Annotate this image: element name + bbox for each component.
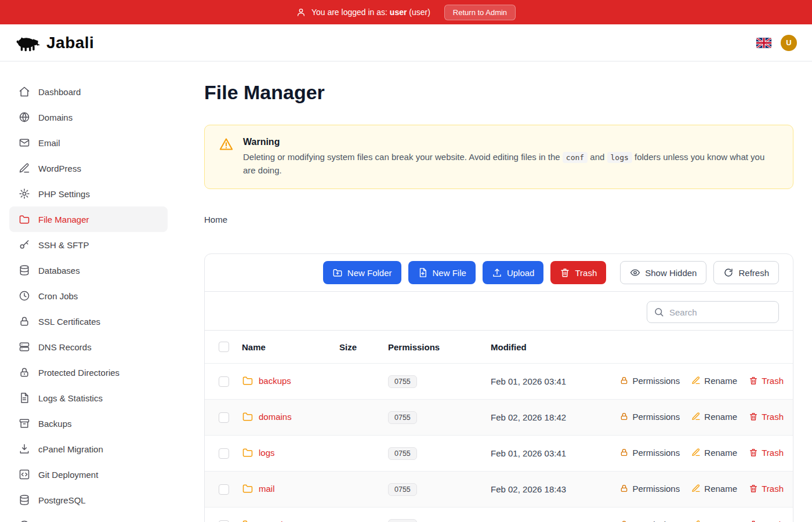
lock-icon bbox=[619, 520, 629, 522]
search-row bbox=[205, 292, 793, 330]
lock-icon bbox=[619, 484, 629, 493]
folder-link[interactable]: domains bbox=[242, 411, 292, 422]
refresh-button[interactable]: Refresh bbox=[713, 261, 779, 284]
sidebar-item-file-manager[interactable]: File Manager bbox=[9, 206, 168, 232]
modified-cell: Feb 02, 2026 01:31 bbox=[491, 507, 596, 522]
modified-cell: Feb 01, 2026 03:41 bbox=[491, 436, 596, 472]
document-icon bbox=[19, 392, 30, 404]
pencil-icon bbox=[691, 520, 701, 522]
search-input[interactable] bbox=[647, 301, 779, 323]
row-checkbox[interactable] bbox=[219, 412, 229, 423]
warning-triangle-icon bbox=[219, 137, 234, 152]
row-checkbox[interactable] bbox=[219, 520, 229, 522]
column-name[interactable]: Name bbox=[242, 331, 339, 364]
sidebar-item-databases[interactable]: Databases bbox=[9, 258, 168, 283]
return-to-admin-button[interactable]: Return to Admin bbox=[444, 5, 516, 20]
trash-action[interactable]: Trash bbox=[749, 520, 784, 522]
shield-lock-icon bbox=[19, 367, 30, 378]
folder-icon bbox=[242, 483, 253, 494]
sidebar-item-logs-statistics[interactable]: Logs & Statistics bbox=[9, 385, 168, 411]
sidebar-item-extra[interactable] bbox=[9, 513, 168, 522]
modified-cell: Feb 01, 2026 03:41 bbox=[491, 364, 596, 400]
sidebar-item-git-deployment[interactable]: Git Deployment bbox=[9, 462, 168, 487]
sidebar-item-dns-records[interactable]: DNS Records bbox=[9, 334, 168, 360]
rename-action[interactable]: Rename bbox=[691, 520, 737, 522]
sidebar-item-ssh-sftp[interactable]: SSH & SFTP bbox=[9, 232, 168, 258]
trash-icon bbox=[749, 520, 758, 522]
modified-cell: Feb 02, 2026 18:42 bbox=[491, 400, 596, 436]
lock-icon bbox=[619, 448, 629, 457]
globe-icon bbox=[19, 111, 30, 123]
rename-action[interactable]: Rename bbox=[691, 484, 737, 494]
trash-action[interactable]: Trash bbox=[749, 448, 784, 458]
row-checkbox[interactable] bbox=[219, 484, 229, 495]
new-folder-button[interactable]: New Folder bbox=[323, 261, 401, 284]
permissions-action[interactable]: Permissions bbox=[619, 412, 680, 422]
rename-action[interactable]: Rename bbox=[691, 448, 737, 458]
table-row: backups 0755 Feb 01, 2026 03:41 Permissi… bbox=[205, 364, 793, 400]
rename-action[interactable]: Rename bbox=[691, 376, 737, 386]
sidebar-item-backups[interactable]: Backups bbox=[9, 411, 168, 436]
select-all-checkbox[interactable] bbox=[219, 342, 229, 352]
sidebar-item-php-settings[interactable]: PHP Settings bbox=[9, 181, 168, 206]
permissions-action[interactable]: Permissions bbox=[619, 448, 680, 458]
permissions-action[interactable]: Permissions bbox=[619, 376, 680, 386]
impersonation-banner: You are logged in as: user (user) Return… bbox=[0, 0, 812, 24]
sidebar-item-protected-directories[interactable]: Protected Directories bbox=[9, 360, 168, 385]
sidebar-item-domains[interactable]: Domains bbox=[9, 104, 168, 130]
user-avatar[interactable]: U bbox=[781, 35, 797, 51]
column-modified[interactable]: Modified bbox=[491, 331, 596, 364]
folder-icon bbox=[242, 375, 253, 386]
database-icon bbox=[19, 494, 30, 506]
trash-icon bbox=[749, 376, 758, 385]
folder-icon bbox=[19, 213, 30, 225]
table-row: metadata 0755 Feb 02, 2026 01:31 Permiss… bbox=[205, 507, 793, 522]
sidebar-item-dashboard[interactable]: Dashboard bbox=[9, 79, 168, 104]
trash-action[interactable]: Trash bbox=[749, 484, 784, 494]
trash-button[interactable]: Trash bbox=[550, 261, 606, 284]
pencil-icon bbox=[691, 484, 701, 493]
folder-icon bbox=[242, 411, 253, 422]
breadcrumb[interactable]: Home bbox=[204, 215, 793, 224]
pencil-icon bbox=[691, 448, 701, 457]
warning-text: Deleting or modifying system files can b… bbox=[243, 151, 779, 177]
table-row: domains 0755 Feb 02, 2026 18:42 Permissi… bbox=[205, 400, 793, 436]
sidebar-item-wordpress[interactable]: WordPress bbox=[9, 155, 168, 181]
brand[interactable]: Jabali bbox=[15, 34, 94, 52]
download-icon bbox=[19, 443, 30, 455]
permissions-action[interactable]: Permissions bbox=[619, 484, 680, 494]
pencil-icon bbox=[691, 376, 701, 385]
permissions-action[interactable]: Permissions bbox=[619, 520, 680, 522]
clock-icon bbox=[19, 290, 30, 302]
row-checkbox[interactable] bbox=[219, 448, 229, 459]
sidebar-item-ssl-certificates[interactable]: SSL Certificates bbox=[9, 309, 168, 334]
search-icon bbox=[654, 307, 664, 317]
server-icon bbox=[19, 341, 30, 353]
sidebar-item-postgresql[interactable]: PostgreSQL bbox=[9, 487, 168, 513]
trash-action[interactable]: Trash bbox=[749, 376, 784, 386]
home-icon bbox=[19, 86, 30, 97]
permissions-badge: 0755 bbox=[388, 483, 417, 496]
sidebar-item-email[interactable]: Email bbox=[9, 130, 168, 155]
mail-icon bbox=[19, 137, 30, 148]
sidebar-item-cpanel-migration[interactable]: cPanel Migration bbox=[9, 436, 168, 462]
folder-link[interactable]: metadata bbox=[242, 519, 295, 522]
trash-icon bbox=[749, 484, 758, 493]
sidebar-item-cron-jobs[interactable]: Cron Jobs bbox=[9, 283, 168, 309]
files-table: Name Size Permissions Modified backups 0… bbox=[205, 330, 793, 522]
file-toolbar: New Folder New File Upload Trash Show Hi… bbox=[205, 254, 793, 292]
upload-button[interactable]: Upload bbox=[483, 261, 544, 284]
banner-text: You are logged in as: user (user) bbox=[311, 8, 430, 17]
show-hidden-button[interactable]: Show Hidden bbox=[620, 261, 706, 284]
folder-link[interactable]: mail bbox=[242, 483, 275, 494]
rename-action[interactable]: Rename bbox=[691, 412, 737, 422]
new-file-button[interactable]: New File bbox=[408, 261, 476, 284]
row-checkbox[interactable] bbox=[219, 376, 229, 387]
folder-link[interactable]: backups bbox=[242, 375, 291, 386]
folder-link[interactable]: logs bbox=[242, 447, 275, 458]
boar-logo-icon bbox=[15, 34, 41, 52]
trash-action[interactable]: Trash bbox=[749, 412, 784, 422]
language-flag-uk-icon[interactable] bbox=[756, 38, 771, 48]
column-permissions[interactable]: Permissions bbox=[388, 331, 491, 364]
column-size[interactable]: Size bbox=[339, 331, 388, 364]
